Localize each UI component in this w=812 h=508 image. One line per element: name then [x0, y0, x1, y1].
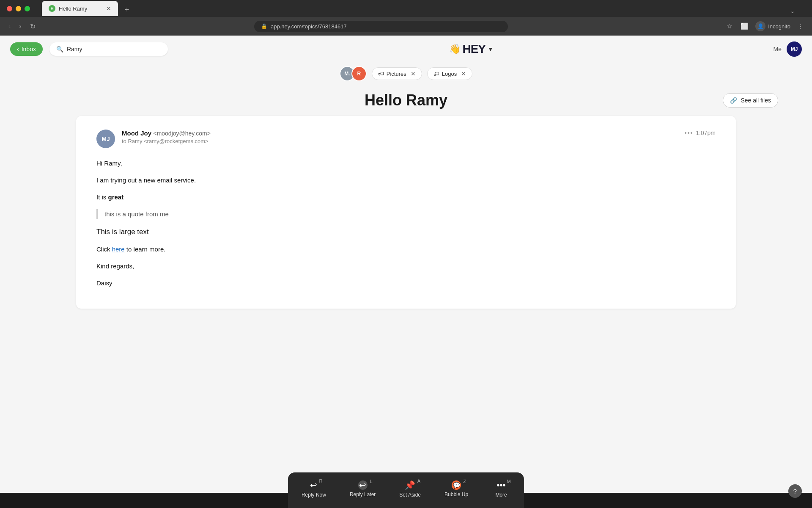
maximize-button[interactable]	[25, 6, 30, 11]
more-icon: •••	[497, 480, 506, 490]
bubble-up-shortcut: Z	[463, 479, 466, 484]
more-button[interactable]: ••• M More	[480, 477, 522, 501]
incognito-label: Incognito	[768, 23, 790, 30]
tab-title: Hello Ramy	[59, 6, 87, 12]
see-all-files-button[interactable]: 🔗 See all files	[723, 93, 778, 108]
reload-button[interactable]: ↻	[28, 21, 37, 32]
search-input[interactable]	[67, 46, 151, 52]
tag-pictures-remove[interactable]: ✕	[411, 70, 416, 77]
tab-bar: H Hello Ramy ✕ + ⌄	[35, 1, 805, 16]
app-header: ‹ Inbox 🔍 👋 HEY ▾ Me MJ	[0, 36, 812, 63]
reply-now-icon-container: ↩ R	[310, 480, 317, 490]
action-bar: ↩ R Reply Now ↩ L Reply Later 📌 A Set As…	[288, 472, 524, 508]
thread-container: Hello Ramy 🔗 See all files MJ Mood Joy <…	[0, 85, 812, 493]
back-arrow-icon: ‹	[17, 46, 19, 52]
tag-pictures[interactable]: 🏷 Pictures ✕	[372, 67, 422, 80]
email-blockquote: this is a quote from me	[96, 209, 716, 219]
bubble-up-icon-container: 💬 Z	[452, 480, 461, 490]
back-label: Inbox	[22, 46, 36, 52]
new-tab-button[interactable]: +	[121, 4, 133, 16]
reply-later-label: Reply Later	[350, 491, 376, 497]
body3-link[interactable]: here	[112, 246, 125, 253]
title-bar: H Hello Ramy ✕ + ⌄	[0, 0, 812, 17]
incognito-icon: 👤	[755, 21, 765, 31]
close-button[interactable]	[7, 6, 12, 11]
tag-pictures-label: Pictures	[387, 71, 406, 77]
active-tab[interactable]: H Hello Ramy ✕	[42, 1, 118, 16]
browser-chrome: H Hello Ramy ✕ + ⌄ ‹ › ↻ 🔒 app.hey.com/t…	[0, 0, 812, 36]
search-icon: 🔍	[56, 46, 63, 52]
email-closing: Kind regards,	[96, 261, 716, 271]
email-card: MJ Mood Joy <moodjoy@hey.com> to Ramy <r…	[76, 116, 736, 309]
email-large-text: This is large text	[96, 226, 716, 237]
back-nav-button[interactable]: ‹	[7, 21, 12, 32]
sender-email: <moodjoy@hey.com>	[153, 130, 210, 137]
sender-avatar: MJ	[96, 130, 115, 148]
email-greeting: Hi Ramy,	[96, 158, 716, 168]
email-header: MJ Mood Joy <moodjoy@hey.com> to Ramy <r…	[96, 130, 716, 148]
tab-close-button[interactable]: ✕	[106, 5, 111, 12]
email-body3: Click here to learn more.	[96, 244, 716, 254]
set-aside-label: Set Aside	[399, 492, 421, 498]
tag-logos[interactable]: 🏷 Logos ✕	[427, 67, 472, 80]
tab-search-button[interactable]: ⬜	[739, 21, 750, 32]
more-label: More	[495, 492, 507, 498]
tag-logos-icon: 🏷	[433, 70, 439, 77]
search-bar[interactable]: 🔍	[49, 42, 168, 56]
reply-now-button[interactable]: ↩ R Reply Now	[290, 477, 338, 501]
set-aside-icon-container: 📌 A	[405, 480, 415, 490]
see-all-files-label: See all files	[741, 97, 771, 104]
email-body: Hi Ramy, I am trying out a new email ser…	[96, 158, 716, 288]
body2-bold: great	[108, 193, 124, 201]
hey-logo: 👋 HEY ▾	[449, 42, 492, 56]
tag-pictures-icon: 🏷	[378, 70, 384, 77]
reply-later-icon: ↩	[358, 480, 368, 490]
hey-dropdown-icon[interactable]: ▾	[489, 46, 492, 52]
dot3	[691, 132, 692, 134]
tab-favicon: H	[49, 5, 55, 12]
dot1	[685, 132, 686, 134]
bubble-up-label: Bubble Up	[444, 491, 468, 497]
email-meta: 1:07pm	[685, 130, 716, 136]
bookmark-button[interactable]: ☆	[725, 21, 734, 32]
participant-avatars: M. R	[340, 66, 367, 81]
reply-later-button[interactable]: ↩ L Reply Later	[338, 477, 387, 501]
reply-now-shortcut: R	[319, 478, 322, 483]
thread-title-row: Hello Ramy 🔗 See all files	[0, 85, 812, 116]
body3-suffix: to learn more.	[125, 246, 166, 253]
tab-overflow-button[interactable]: ⌄	[787, 6, 798, 16]
set-aside-shortcut: A	[417, 478, 420, 483]
window-controls	[7, 6, 30, 11]
forward-nav-button[interactable]: ›	[17, 21, 23, 32]
address-bar: ‹ › ↻ 🔒 app.hey.com/topics/768184617 ☆ ⬜…	[0, 17, 812, 36]
participant-avatar-r: R	[351, 66, 367, 81]
minimize-button[interactable]	[16, 6, 21, 11]
url-input-box[interactable]: 🔒 app.hey.com/topics/768184617	[254, 21, 508, 32]
email-signature: Daisy	[96, 278, 716, 288]
bubble-up-button[interactable]: 💬 Z Bubble Up	[433, 477, 480, 501]
app-content: ‹ Inbox 🔍 👋 HEY ▾ Me MJ M. R 🏷	[0, 36, 812, 493]
email-body2: It is great	[96, 192, 716, 202]
menu-button[interactable]: ⋮	[796, 21, 805, 32]
email-body1: I am trying out a new email service.	[96, 175, 716, 185]
reply-now-icon: ↩	[310, 480, 317, 490]
back-to-inbox-button[interactable]: ‹ Inbox	[10, 42, 43, 56]
address-bar-actions: ☆ ⬜ 👤 Incognito ⋮	[725, 21, 805, 32]
header-right: Me MJ	[774, 41, 802, 57]
me-label: Me	[774, 46, 782, 52]
paperclip-icon: 🔗	[730, 97, 737, 104]
sender-to: to Ramy <ramy@rocketgems.com>	[122, 138, 685, 144]
help-button[interactable]: ?	[788, 484, 802, 498]
reply-later-icon-container: ↩ L	[358, 480, 368, 490]
set-aside-button[interactable]: 📌 A Set Aside	[387, 477, 433, 501]
more-icon-container: ••• M	[497, 480, 506, 490]
sender-name: Mood Joy	[122, 130, 151, 137]
user-avatar[interactable]: MJ	[787, 41, 802, 57]
dot2	[688, 132, 689, 134]
ssl-lock-icon: 🔒	[261, 23, 267, 29]
hey-hand-icon: 👋	[449, 44, 461, 55]
hey-logo-text: HEY	[462, 42, 486, 56]
tag-logos-remove[interactable]: ✕	[461, 70, 466, 77]
bubble-up-icon: 💬	[452, 480, 461, 490]
email-options-dots[interactable]	[685, 132, 692, 134]
